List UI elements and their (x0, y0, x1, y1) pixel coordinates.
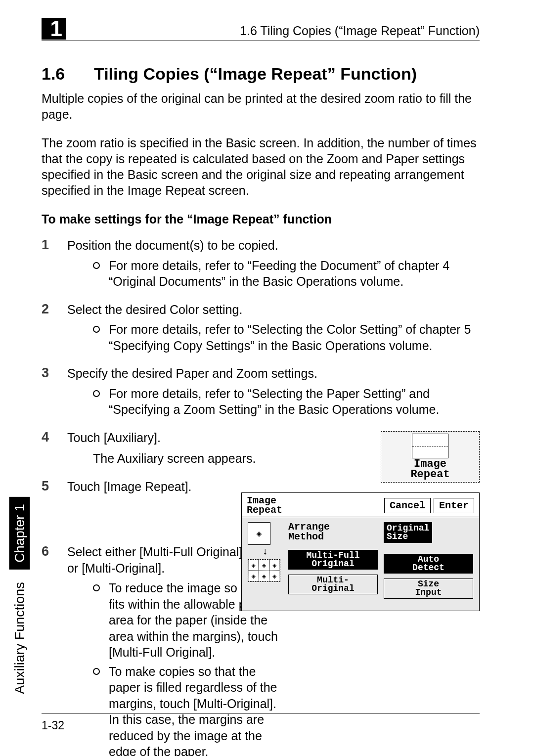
step-text: Touch [Auxiliary]. (67, 431, 161, 445)
step-text: Touch [Image Repeat]. (67, 480, 192, 493)
step-text: Select the desired Color setting. (67, 303, 242, 316)
original-size-header: Original Size (384, 522, 432, 543)
intro-paragraph: The zoom ratio is specified in the Basic… (42, 135, 480, 198)
procedure-heading: To make settings for the “Image Repeat” … (42, 212, 480, 226)
step-text: Select either [Multi-Full Original] or [… (67, 544, 255, 576)
image-repeat-screen: Image Repeat Cancel Enter ◈ ↓ ◈◈◈ ◈◈◈ Ar… (241, 492, 480, 611)
auto-detect-button[interactable]: Auto Detect (384, 554, 473, 574)
running-header: 1.6 Tiling Copies (“Image Repeat” Functi… (240, 24, 480, 38)
cancel-button[interactable]: Cancel (384, 498, 431, 513)
section-number: 1.6 (42, 64, 94, 84)
arrange-method-label: Arrange Method (288, 522, 378, 542)
section-title: Tiling Copies (“Image Repeat” Function) (94, 64, 417, 83)
step-text: Specify the desired Paper and Zoom setti… (67, 366, 317, 380)
image-repeat-icon (412, 434, 448, 458)
intro-paragraph: Multiple copies of the original can be p… (42, 90, 480, 122)
panel-title: Image Repeat (247, 496, 282, 515)
chapter-tab: 1 (42, 18, 66, 40)
image-repeat-button[interactable]: Image Repeat (381, 431, 480, 483)
step-item: Position the document(s) to be copied. F… (42, 237, 480, 290)
image-repeat-button-figure: Image Repeat (381, 431, 480, 483)
side-label: Auxiliary Functions Chapter 1 (8, 257, 32, 603)
step-bullet: For more details, refer to “Feeding the … (67, 258, 480, 290)
step-item: Specify the desired Paper and Zoom setti… (42, 365, 480, 418)
section-heading: 1.6Tiling Copies (“Image Repeat” Functio… (42, 64, 480, 84)
single-original-icon: ◈ (248, 522, 270, 545)
side-aux-text: Auxiliary Functions (12, 582, 27, 694)
enter-button[interactable]: Enter (434, 498, 474, 513)
side-chapter-chip: Chapter 1 (9, 497, 30, 570)
tiled-preview-icon: ◈◈◈ ◈◈◈ (248, 559, 280, 582)
preview-thumbnails: ◈ ↓ ◈◈◈ ◈◈◈ (248, 522, 282, 604)
page-number: 1-32 (42, 719, 64, 732)
multi-full-original-button[interactable]: Multi-Full Original (288, 550, 378, 570)
arrow-down-icon: ↓ (248, 546, 282, 557)
step-bullet: To make copies so that the paper is fill… (67, 664, 280, 756)
image-repeat-button-label: Image Repeat (383, 459, 477, 480)
size-input-button[interactable]: Size Input (384, 578, 473, 598)
multi-original-button[interactable]: Multi- Original (288, 575, 378, 594)
step-bullet: For more details, refer to “Selecting th… (67, 321, 480, 354)
footer-rule (42, 713, 480, 713)
header-rule (42, 41, 480, 41)
step-text: Position the document(s) to be copied. (67, 238, 278, 252)
step-item: Select the desired Color setting. For mo… (42, 302, 480, 354)
step-bullet: For more details, refer to “Selecting th… (67, 386, 480, 418)
